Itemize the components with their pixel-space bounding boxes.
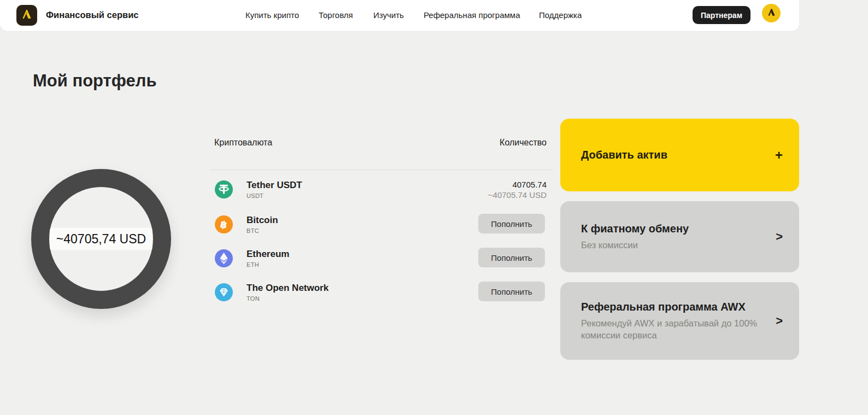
asset-row-ton: The Open Network TON Пополнить (215, 282, 552, 305)
fiat-exchange-card[interactable]: К фиатному обмену Без комиссии > (560, 201, 799, 272)
awx-avatar-icon (767, 8, 776, 19)
asset-amount: 40705.74 (488, 179, 547, 190)
referral-program-subtitle: Рекомендуй AWX и зарабатывай до 100% ком… (581, 317, 761, 341)
brand-name: Финансовый сервис (46, 10, 138, 20)
nav-trading[interactable]: Торговля (319, 10, 353, 20)
nav-explore[interactable]: Изучить (373, 10, 404, 20)
page-title: Мой портфель (33, 71, 157, 91)
column-header-currency: Криптовалюта (214, 138, 272, 148)
topup-button-eth[interactable]: Пополнить (478, 248, 545, 267)
asset-ticker: ETH (247, 261, 259, 268)
nav-support[interactable]: Поддержка (539, 10, 582, 20)
asset-name: Bitcoin (247, 215, 278, 226)
asset-name: Tether USDT (247, 180, 302, 191)
topup-button-btc[interactable]: Пополнить (478, 214, 545, 233)
fiat-exchange-subtitle: Без комиссии (581, 239, 761, 251)
referral-program-title: Реферальная программа AWX (581, 301, 799, 313)
column-header-amount: Количество (388, 138, 547, 148)
add-asset-card[interactable]: Добавить актив + (560, 119, 799, 191)
tether-icon (215, 180, 233, 198)
plus-icon: + (775, 148, 783, 163)
partners-button[interactable]: Партнерам (693, 6, 750, 24)
nav-buy-crypto[interactable]: Купить крипто (245, 10, 299, 20)
fiat-exchange-title: К фиатному обмену (581, 223, 799, 235)
nav-referral-program[interactable]: Реферальная программа (424, 10, 520, 20)
portfolio-page: Финансовый сервис Купить крипто Торговля… (0, 0, 868, 415)
account-avatar[interactable] (762, 4, 781, 22)
asset-ticker: USDT (247, 192, 263, 199)
table-divider (209, 169, 553, 170)
bitcoin-icon: ฿ (215, 215, 233, 233)
ethereum-icon (215, 249, 233, 267)
ton-icon (215, 283, 233, 301)
chevron-right-icon: > (776, 230, 783, 244)
portfolio-donut-chart: ~40705,74 USD (31, 169, 171, 309)
asset-row-eth: Ethereum ETH Пополнить (215, 248, 552, 271)
asset-row-btc: ฿ Bitcoin BTC Пополнить (215, 214, 552, 237)
portfolio-total-label: ~40705,74 USD (50, 228, 153, 250)
chevron-right-icon: > (776, 314, 783, 328)
asset-name: The Open Network (247, 283, 329, 294)
asset-ticker: TON (247, 295, 260, 302)
awx-logo-icon (21, 8, 33, 22)
asset-row-usdt: Tether USDT USDT 40705.74 ~40705.74 USD (215, 179, 552, 202)
asset-amounts: 40705.74 ~40705.74 USD (488, 179, 547, 200)
brand-logo[interactable] (16, 5, 37, 26)
asset-name: Ethereum (247, 249, 289, 260)
asset-ticker: BTC (247, 227, 259, 234)
topup-button-ton[interactable]: Пополнить (478, 282, 545, 301)
header: Финансовый сервис Купить крипто Торговля… (0, 0, 799, 31)
add-asset-title: Добавить актив (581, 149, 799, 161)
asset-amount-usd: ~40705.74 USD (488, 190, 547, 200)
referral-program-card[interactable]: Реферальная программа AWX Рекомендуй AWX… (560, 282, 799, 360)
